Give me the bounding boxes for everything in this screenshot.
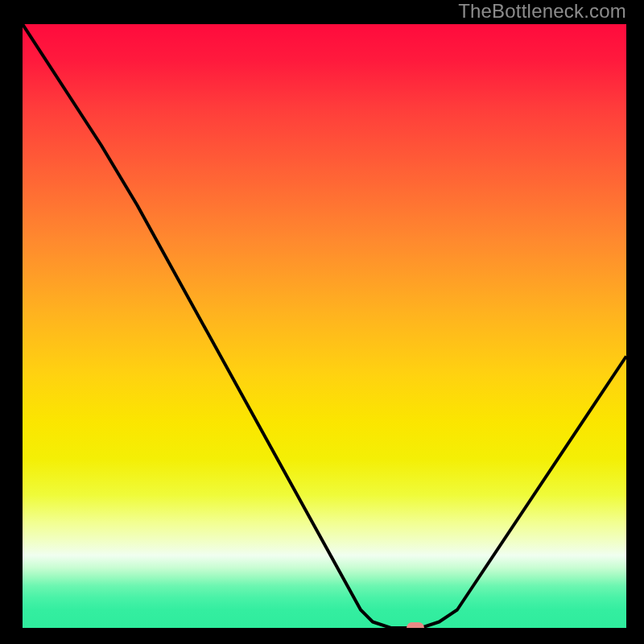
- bottleneck-curve: [23, 24, 626, 628]
- watermark-text: TheBottleneck.com: [458, 0, 626, 23]
- plot-area: [23, 24, 626, 628]
- curve-path: [23, 24, 626, 628]
- chart-frame: TheBottleneck.com: [0, 0, 644, 644]
- optimum-marker: [407, 622, 424, 628]
